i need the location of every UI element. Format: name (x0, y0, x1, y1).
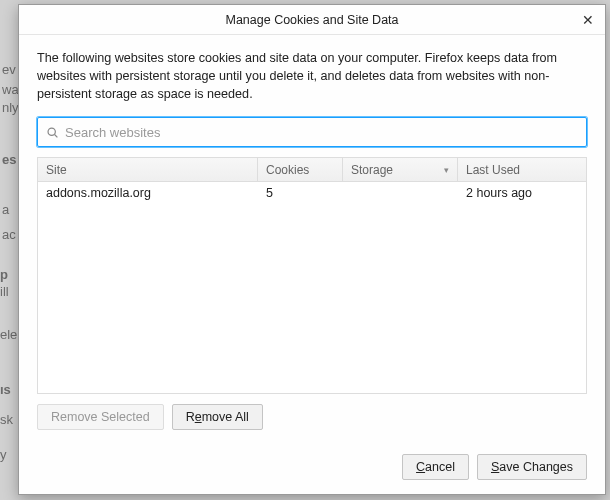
search-input[interactable] (65, 125, 578, 140)
cell-site: addons.mozilla.org (38, 186, 258, 200)
search-icon (46, 126, 59, 139)
column-label: Last Used (466, 163, 520, 177)
manage-cookies-dialog: Manage Cookies and Site Data ✕ The follo… (18, 4, 606, 495)
cancel-button[interactable]: Cancel (402, 454, 469, 480)
column-header-site[interactable]: Site (38, 158, 258, 181)
svg-point-0 (48, 128, 55, 135)
column-label: Site (46, 163, 67, 177)
sort-indicator-icon: ▾ (444, 165, 449, 175)
column-header-storage[interactable]: Storage ▾ (343, 158, 458, 181)
close-icon: ✕ (582, 12, 594, 28)
remove-selected-button[interactable]: Remove Selected (37, 404, 164, 430)
cell-cookies: 5 (258, 186, 343, 200)
dialog-title: Manage Cookies and Site Data (225, 13, 398, 27)
table-row[interactable]: addons.mozilla.org 5 2 hours ago (38, 182, 586, 204)
svg-line-1 (55, 134, 58, 137)
dialog-description: The following websites store cookies and… (37, 49, 587, 103)
table-body: addons.mozilla.org 5 2 hours ago (38, 182, 586, 393)
column-label: Storage (351, 163, 393, 177)
column-label: Cookies (266, 163, 309, 177)
dialog-body: The following websites store cookies and… (19, 35, 605, 442)
column-header-lastused[interactable]: Last Used (458, 158, 586, 181)
search-field-wrapper[interactable] (37, 117, 587, 147)
sites-table: Site Cookies Storage ▾ Last Used addons.… (37, 157, 587, 394)
dialog-footer: Cancel Save Changes (19, 442, 605, 494)
close-button[interactable]: ✕ (577, 9, 599, 31)
remove-all-button[interactable]: Remove All (172, 404, 263, 430)
cell-lastused: 2 hours ago (458, 186, 586, 200)
column-header-cookies[interactable]: Cookies (258, 158, 343, 181)
table-header-row: Site Cookies Storage ▾ Last Used (38, 158, 586, 182)
row-actions: Remove Selected Remove All (37, 404, 587, 430)
dialog-titlebar: Manage Cookies and Site Data ✕ (19, 5, 605, 35)
save-changes-button[interactable]: Save Changes (477, 454, 587, 480)
